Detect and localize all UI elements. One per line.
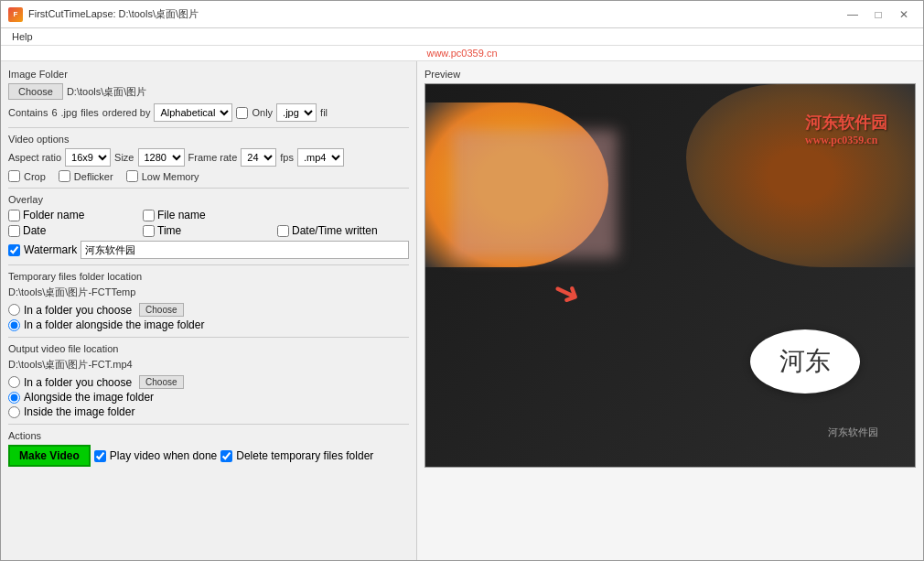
output-folder-label: Output video file location [8, 343, 409, 354]
folder-path: D:\tools\桌面\图片 [67, 85, 146, 99]
frame-rate-dropdown[interactable]: 24 [241, 148, 276, 167]
image-folder-label: Image Folder [8, 69, 409, 80]
order-dropdown[interactable]: Alphabetical [154, 103, 232, 122]
date-label: Date [23, 224, 46, 237]
frame-rate-label: Frame rate [188, 152, 238, 163]
divider1 [8, 127, 409, 128]
files-label: files [81, 107, 99, 118]
preview-bottom-text: 河东软件园 [828, 426, 878, 439]
divider3 [8, 264, 409, 265]
overlay-label: Overlay [8, 194, 409, 205]
blurred-area [453, 130, 618, 258]
output-option2-item: Alongside the image folder [8, 391, 409, 404]
divider2 [8, 188, 409, 189]
temp-option2-item: In a folder alongside the image folder [8, 318, 409, 331]
temp-option1-radio[interactable] [8, 304, 20, 316]
preview-watermark-cn: 河东软件园 www.pc0359.cn [805, 112, 887, 147]
output-option1-radio[interactable] [8, 376, 20, 388]
only-label: Only [252, 107, 273, 118]
aspect-ratio-label: Aspect ratio [8, 152, 61, 163]
play-when-done-checkbox[interactable] [94, 450, 106, 462]
delete-temp-checkbox[interactable] [220, 450, 232, 462]
folder-name-checkbox[interactable] [8, 210, 20, 221]
preview-image: 河东软件园 www.pc0359.cn 河东 河东软件园 ➜ [424, 83, 916, 468]
contains-label: Contains [8, 107, 48, 118]
maximize-button[interactable]: □ [866, 5, 890, 24]
title-bar-left: F FirstCutTimeLapse: D:\tools\桌面\图片 [8, 7, 199, 22]
title-bar: F FirstCutTimeLapse: D:\tools\桌面\图片 — □ … [1, 1, 923, 28]
watermark-input[interactable]: 河东软件园 [81, 241, 409, 259]
date-time-written-checkbox[interactable] [277, 225, 289, 237]
image-folder-row: Choose D:\tools\桌面\图片 [8, 83, 409, 100]
folder-name-item: Folder name [8, 209, 140, 221]
minimize-button[interactable]: — [841, 5, 865, 24]
watermark-row: Watermark 河东软件园 [8, 241, 409, 259]
file-name-checkbox[interactable] [143, 210, 155, 221]
fil-label: fil [320, 107, 328, 118]
format-dropdown[interactable]: .mp4 [297, 148, 344, 167]
video-options-checkboxes: Crop Deflicker Low Memory [8, 170, 409, 182]
main-window: F FirstCutTimeLapse: D:\tools\桌面\图片 — □ … [0, 0, 924, 561]
temp-folder-path: D:\tools\桌面\图片-FCTTemp [8, 286, 409, 299]
delete-temp-label: Delete temporary files folder [236, 449, 373, 462]
close-button[interactable]: ✕ [892, 5, 916, 24]
output-choose-button[interactable]: Choose [139, 375, 183, 389]
divider5 [8, 424, 409, 425]
low-memory-label: Low Memory [142, 171, 199, 182]
temp-option1-label: In a folder you choose [24, 304, 132, 317]
actions-row: Make Video Play video when done Delete t… [8, 445, 409, 467]
temp-choose-button[interactable]: Choose [139, 303, 183, 317]
watermark-label: Watermark [24, 243, 77, 256]
crop-checkbox[interactable] [8, 170, 20, 182]
low-memory-checkbox[interactable] [126, 170, 138, 182]
size-dropdown[interactable]: 1280 [138, 148, 185, 167]
size-label: Size [114, 152, 134, 163]
output-option3-radio[interactable] [8, 406, 20, 418]
output-option3-label: Inside the image folder [24, 405, 134, 418]
fps-label: fps [280, 152, 294, 163]
time-checkbox[interactable] [143, 225, 155, 237]
file-type-dropdown[interactable]: .jpg [276, 103, 317, 122]
file-count: 6 [51, 107, 57, 118]
deflicker-label: Deflicker [74, 171, 113, 182]
temp-folder-options: In a folder you choose Choose In a folde… [8, 303, 409, 331]
temp-option2-radio[interactable] [8, 319, 20, 331]
output-option2-radio[interactable] [8, 392, 20, 404]
date-checkbox[interactable] [8, 225, 20, 237]
aspect-ratio-dropdown[interactable]: 16x9 [65, 148, 111, 167]
file-type-label: .jpg [61, 107, 78, 118]
date-item: Date [8, 224, 140, 237]
watermark-checkbox[interactable] [8, 244, 20, 256]
right-panel: Preview 河东软件园 www.pc0359.cn 河东 河东软件园 ➜ [417, 61, 923, 560]
menu-bar: Help [1, 28, 923, 46]
output-option2-label: Alongside the image folder [24, 391, 154, 404]
red-arrow-icon: ➜ [547, 269, 588, 316]
window-title: FirstCutTimeLapse: D:\tools\桌面\图片 [28, 7, 199, 21]
video-options-row: Aspect ratio 16x9 Size 1280 Frame rate 2… [8, 148, 409, 167]
output-option3-item: Inside the image folder [8, 405, 409, 418]
deflicker-checkbox[interactable] [59, 170, 70, 182]
help-menu[interactable]: Help [8, 29, 37, 44]
file-name-label: File name [157, 209, 206, 221]
temp-folder-label: Temporary files folder location [8, 271, 409, 282]
time-label: Time [157, 224, 181, 237]
output-folder-options: In a folder you choose Choose Alongside … [8, 375, 409, 418]
temp-option1-item: In a folder you choose Choose [8, 303, 409, 317]
file-name-item: File name [143, 209, 274, 221]
output-option1-item: In a folder you choose Choose [8, 375, 409, 389]
ordered-by-label: ordered by [102, 107, 151, 118]
temp-option2-label: In a folder alongside the image folder [24, 318, 204, 331]
time-item: Time [143, 224, 274, 237]
date-time-written-label: Date/Time written [292, 224, 378, 237]
app-icon: F [8, 7, 23, 22]
choose-folder-button[interactable]: Choose [8, 83, 63, 100]
only-checkbox[interactable] [236, 107, 248, 119]
main-content: Image Folder Choose D:\tools\桌面\图片 Conta… [1, 61, 923, 560]
make-video-button[interactable]: Make Video [8, 445, 91, 467]
actions-label: Actions [8, 430, 409, 441]
output-folder-path: D:\tools\桌面\图片-FCT.mp4 [8, 358, 409, 372]
video-options-label: Video options [8, 134, 409, 145]
folder-name-label: Folder name [23, 209, 84, 221]
date-time-written-item: Date/Time written [277, 224, 409, 237]
output-option1-label: In a folder you choose [24, 376, 132, 389]
